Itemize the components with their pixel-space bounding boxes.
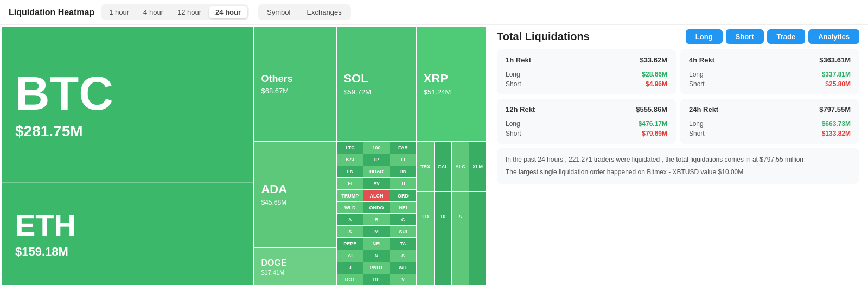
mini-be[interactable]: BE	[363, 274, 390, 285]
mini-b[interactable]: B	[363, 214, 390, 225]
xrp-mini-11[interactable]	[452, 241, 469, 285]
mini-trump[interactable]: TRUMP	[337, 190, 363, 201]
time-btn-24h[interactable]: 24 hour	[209, 6, 247, 18]
stat-24h: 24h Rekt $797.55M Long $663.73M Short $1…	[680, 99, 859, 144]
xrp-mini-12[interactable]	[469, 241, 486, 285]
others-label: Others	[261, 73, 329, 85]
sol-value: $59.72M	[343, 88, 409, 96]
xrp-mini-1[interactable]: TRX	[417, 142, 434, 191]
xrp-mini-5[interactable]: LD	[417, 192, 434, 241]
mini-ondo[interactable]: ONDO	[363, 202, 390, 213]
time-btn-4h[interactable]: 4 hour	[137, 6, 170, 18]
mini-hbar[interactable]: HBAR	[363, 166, 390, 177]
mini-nei[interactable]: NEI	[390, 202, 416, 213]
mini-a2[interactable]: A	[337, 214, 363, 225]
mini-ord[interactable]: ORD	[390, 190, 416, 201]
stat-24h-title: 24h Rekt	[689, 105, 718, 113]
analytics-button[interactable]: Analytics	[808, 29, 859, 44]
long-button[interactable]: Long	[686, 29, 723, 44]
xrp-mini-4[interactable]: XLM	[469, 142, 486, 191]
stat-12h-long-label: Long	[506, 120, 520, 128]
mini-j[interactable]: J	[337, 262, 363, 274]
mini-nei2[interactable]: NEI	[363, 238, 390, 249]
mini-dot[interactable]: DOT	[337, 274, 363, 285]
header: Liquidation Heatmap 1 hour 4 hour 12 hou…	[0, 0, 868, 25]
sol-mini-grid: LTC 100 FAR KAI IP LI EN HBAR BN FI AV T…	[337, 142, 416, 285]
action-buttons: Long Short Trade Analytics	[686, 29, 859, 44]
time-btn-12h[interactable]: 12 hour	[171, 6, 208, 18]
xrp-mini-6[interactable]: 10	[435, 192, 451, 241]
stat-1h-long-row: Long $28.66M	[506, 71, 667, 78]
panel-header: Total Liquidations Long Short Trade Anal…	[497, 29, 859, 44]
doge-cell[interactable]: DOGE $17.41M	[254, 248, 336, 285]
mini-ai[interactable]: AI	[337, 250, 363, 262]
xrp-value: $51.24M	[424, 88, 480, 96]
doge-value: $17.41M	[261, 269, 329, 276]
mini-wld[interactable]: WLD	[337, 202, 363, 213]
mini-far[interactable]: FAR	[390, 142, 416, 153]
info-line2: The largest single liquidation order hap…	[506, 167, 851, 177]
mini-m[interactable]: M	[363, 226, 390, 237]
mini-pepe[interactable]: PEPE	[337, 238, 363, 249]
btc-value: $281.75M	[15, 123, 240, 140]
xrp-mini-9[interactable]	[417, 241, 434, 285]
xrp-mini-8[interactable]	[469, 192, 486, 241]
main-content: BTC $281.75M ETH $159.18M Others $68.67M…	[0, 25, 868, 286]
mini-li[interactable]: LI	[390, 154, 416, 166]
xrp-cell[interactable]: XRP $51.24M	[417, 27, 486, 141]
heatmap: BTC $281.75M ETH $159.18M Others $68.67M…	[0, 25, 488, 286]
filter-btn-exchanges[interactable]: Exchanges	[299, 6, 349, 18]
mini-alch[interactable]: ALCH	[363, 190, 390, 201]
stat-4h-long-val: $337.81M	[822, 71, 851, 78]
mini-wif[interactable]: WIF	[390, 262, 416, 274]
mini-ip[interactable]: IP	[363, 154, 390, 166]
stat-24h-long-row: Long $663.73M	[689, 120, 851, 128]
stat-4h-short-row: Short $25.80M	[689, 80, 851, 88]
mini-ltc[interactable]: LTC	[337, 142, 363, 153]
xrp-label: XRP	[424, 72, 480, 86]
mini-s2[interactable]: S	[337, 226, 363, 237]
mini-ti[interactable]: TI	[390, 178, 416, 189]
stat-1h-short-row: Short $4.96M	[506, 80, 667, 88]
stat-12h-long-row: Long $476.17M	[506, 120, 667, 128]
mini-sui[interactable]: SUI	[390, 226, 416, 237]
time-btn-1h[interactable]: 1 hour	[103, 6, 136, 18]
stat-12h: 12h Rekt $555.86M Long $476.17M Short $7…	[497, 99, 676, 144]
mini-fi[interactable]: FI	[337, 178, 363, 189]
stat-24h-short-label: Short	[689, 130, 705, 137]
mini-av[interactable]: AV	[363, 178, 390, 189]
mini-kai[interactable]: KAI	[337, 154, 363, 166]
btc-cell[interactable]: BTC $281.75M	[2, 27, 253, 182]
xrp-column: XRP $51.24M TRX GAL ALC XLM LD 10 A	[417, 27, 486, 285]
stat-1h-long-val: $28.66M	[642, 71, 667, 78]
mini-100[interactable]: 100	[363, 142, 390, 153]
xrp-mini-2[interactable]: GAL	[435, 142, 451, 191]
xrp-mini-3[interactable]: ALC	[452, 142, 469, 191]
ada-cell[interactable]: ADA $45.68M	[254, 142, 336, 247]
mini-s3[interactable]: S	[390, 250, 416, 262]
time-button-group: 1 hour 4 hour 12 hour 24 hour	[101, 4, 249, 20]
stat-24h-short-val: $133.82M	[822, 130, 851, 137]
stat-24h-long-label: Long	[689, 120, 704, 128]
mini-n[interactable]: N	[363, 250, 390, 262]
others-cell[interactable]: Others $68.67M	[254, 27, 336, 141]
sol-cell[interactable]: SOL $59.72M	[337, 27, 416, 141]
eth-cell[interactable]: ETH $159.18M	[2, 182, 253, 285]
mini-c[interactable]: C	[390, 214, 416, 225]
mini-en[interactable]: EN	[337, 166, 363, 177]
stat-4h-long-row: Long $337.81M	[689, 71, 851, 78]
xrp-mini-7[interactable]: A	[452, 192, 469, 241]
stat-4h-long-label: Long	[689, 71, 704, 78]
xrp-mini-10[interactable]	[435, 241, 451, 285]
sol-label: SOL	[343, 72, 409, 86]
app-title: Liquidation Heatmap	[9, 8, 94, 17]
short-button[interactable]: Short	[726, 29, 764, 44]
mini-ta[interactable]: TA	[390, 238, 416, 249]
mini-v[interactable]: V	[390, 274, 416, 285]
mini-pnut[interactable]: PNUT	[363, 262, 390, 274]
trade-button[interactable]: Trade	[767, 29, 806, 44]
mini-bn[interactable]: BN	[390, 166, 416, 177]
filter-btn-symbol[interactable]: Symbol	[259, 6, 298, 18]
stat-24h-long-val: $663.73M	[822, 120, 851, 128]
stat-4h: 4h Rekt $363.61M Long $337.81M Short $25…	[680, 49, 859, 94]
